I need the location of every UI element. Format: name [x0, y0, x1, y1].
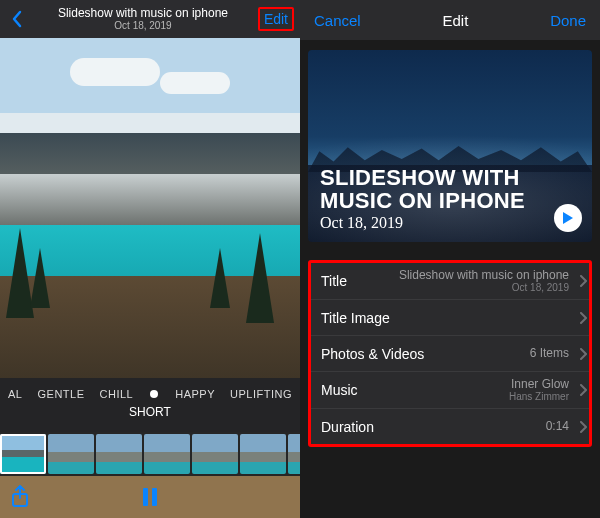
cancel-button[interactable]: Cancel — [314, 12, 361, 29]
row-value: 6 Items — [530, 347, 583, 360]
row-duration[interactable]: Duration 0:14 — [311, 408, 589, 444]
chevron-right-icon — [579, 384, 587, 396]
done-button[interactable]: Done — [550, 12, 586, 29]
cloud-decoration — [70, 58, 160, 86]
row-title[interactable]: Title Slideshow with music on iphone Oct… — [311, 263, 589, 299]
row-value: Inner Glow Hans Zimmer — [509, 378, 583, 402]
thumbnail[interactable] — [192, 434, 238, 474]
thumbnail[interactable] — [240, 434, 286, 474]
thumbnail[interactable] — [144, 434, 190, 474]
pause-button[interactable] — [141, 487, 159, 507]
row-label: Photos & Videos — [321, 346, 424, 362]
mood-option[interactable]: UPLIFTING — [228, 388, 294, 400]
edit-options-list: Title Slideshow with music on iphone Oct… — [308, 260, 592, 447]
play-icon — [562, 211, 574, 225]
tree-decoration — [210, 248, 230, 308]
back-button[interactable] — [6, 5, 28, 33]
left-header: Slideshow with music on iphone Oct 18, 2… — [0, 0, 300, 38]
cloud-decoration — [160, 72, 230, 94]
mood-row[interactable]: AL GENTLE CHILL HAPPY UPLIFTING — [0, 378, 300, 406]
chevron-right-icon — [579, 312, 587, 324]
mood-option[interactable]: HAPPY — [173, 388, 217, 400]
thumbnail[interactable] — [48, 434, 94, 474]
svg-rect-2 — [152, 488, 157, 506]
slideshow-preview-pane: Slideshow with music on iphone Oct 18, 2… — [0, 0, 300, 518]
row-value: 0:14 — [546, 420, 583, 433]
row-label: Music — [321, 382, 358, 398]
row-photos-videos[interactable]: Photos & Videos 6 Items — [311, 335, 589, 371]
row-label: Title — [321, 273, 347, 289]
edit-button[interactable]: Edit — [258, 7, 294, 31]
slideshow-photo[interactable] — [0, 38, 300, 378]
memory-title: Slideshow with music on iphone — [28, 7, 258, 20]
memory-date: Oct 18, 2019 — [28, 20, 258, 31]
edit-pane: Cancel Edit Done SLIDESHOW WITH MUSIC ON… — [300, 0, 600, 518]
row-label: Duration — [321, 419, 374, 435]
mood-selector: AL GENTLE CHILL HAPPY UPLIFTING SHORT — [0, 378, 300, 432]
tree-decoration — [30, 248, 50, 308]
thumbnail-strip[interactable] — [0, 432, 300, 476]
play-button[interactable] — [554, 204, 582, 232]
overlay-subtitle: Oct 18, 2019 — [320, 214, 546, 232]
thumbnail[interactable] — [288, 434, 300, 474]
left-title-wrap: Slideshow with music on iphone Oct 18, 2… — [28, 7, 258, 31]
left-footer — [0, 476, 300, 518]
chevron-right-icon — [579, 348, 587, 360]
chevron-left-icon — [11, 10, 23, 28]
share-icon — [10, 485, 30, 509]
svg-rect-1 — [143, 488, 148, 506]
row-label: Title Image — [321, 310, 390, 326]
chevron-right-icon — [579, 275, 587, 287]
row-title-image[interactable]: Title Image — [311, 299, 589, 335]
duration-preset[interactable]: SHORT — [0, 405, 300, 419]
mood-option[interactable]: GENTLE — [35, 388, 86, 400]
thumbnail[interactable] — [0, 434, 46, 474]
row-value: Slideshow with music on iphone Oct 18, 2… — [399, 269, 583, 293]
edit-title: Edit — [442, 12, 468, 29]
right-header: Cancel Edit Done — [300, 0, 600, 40]
tree-decoration — [246, 233, 274, 323]
title-overlay: SLIDESHOW WITH MUSIC ON IPHONE Oct 18, 2… — [320, 166, 546, 232]
thumbnail[interactable] — [96, 434, 142, 474]
mood-option[interactable]: CHILL — [98, 388, 136, 400]
mood-option[interactable]: AL — [6, 388, 24, 400]
mood-selected-indicator — [150, 390, 158, 398]
share-button[interactable] — [10, 485, 30, 509]
row-music[interactable]: Music Inner Glow Hans Zimmer — [311, 371, 589, 408]
pause-icon — [141, 487, 159, 507]
title-preview[interactable]: SLIDESHOW WITH MUSIC ON IPHONE Oct 18, 2… — [308, 50, 592, 242]
chevron-right-icon — [579, 421, 587, 433]
overlay-title: SLIDESHOW WITH MUSIC ON IPHONE — [320, 166, 546, 212]
